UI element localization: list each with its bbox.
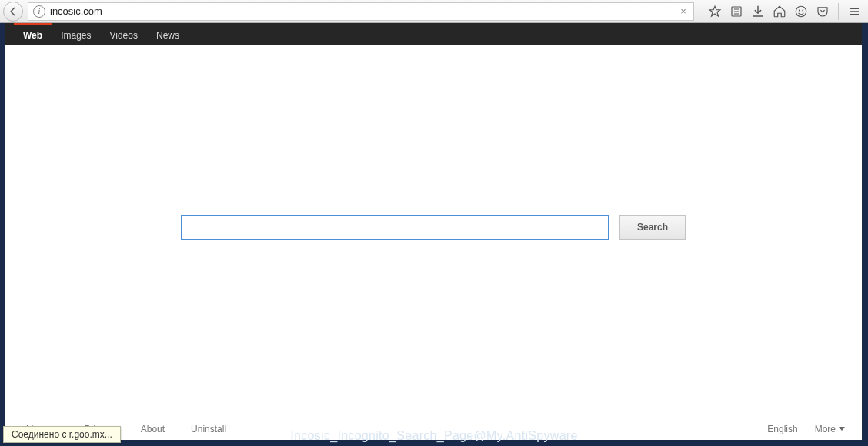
main-area: Search — [5, 45, 862, 417]
svg-point-4 — [796, 6, 806, 17]
search-wrap: Search — [181, 215, 686, 240]
tab-news[interactable]: News — [147, 23, 189, 45]
top-nav: Web Images Videos News — [5, 23, 862, 45]
footer: License Privacy About Uninstall English … — [5, 417, 862, 440]
footer-more[interactable]: More — [815, 424, 845, 434]
chevron-down-icon — [839, 427, 845, 431]
site-info-icon[interactable]: i — [33, 5, 45, 18]
footer-language[interactable]: English — [767, 424, 797, 434]
footer-right: English More — [767, 424, 845, 434]
page-content: Web Images Videos News Search License Pr… — [5, 23, 862, 440]
toolbar-icons — [694, 2, 865, 22]
status-tooltip: Соединено с r.goo.mx... — [3, 426, 121, 443]
svg-point-6 — [802, 9, 803, 11]
clear-url-button[interactable]: × — [676, 5, 690, 18]
tab-images[interactable]: Images — [52, 23, 100, 45]
svg-point-5 — [799, 9, 800, 11]
toolbar-separator — [838, 3, 839, 20]
back-button[interactable] — [3, 2, 23, 22]
arrow-left-icon — [8, 6, 18, 17]
downloads-icon[interactable] — [747, 2, 769, 22]
url-bar[interactable]: i incosic.com × — [28, 2, 694, 21]
tab-videos[interactable]: Videos — [100, 23, 146, 45]
browser-toolbar: i incosic.com × — [0, 0, 868, 23]
search-input[interactable] — [181, 215, 609, 240]
viewport: Web Images Videos News Search License Pr… — [0, 23, 868, 446]
smiley-icon[interactable] — [790, 2, 812, 22]
url-text: incosic.com — [50, 5, 676, 17]
footer-link-about[interactable]: About — [141, 424, 165, 434]
footer-link-uninstall[interactable]: Uninstall — [191, 424, 226, 434]
toolbar-separator — [699, 3, 699, 20]
menu-icon[interactable] — [843, 2, 865, 22]
tab-web[interactable]: Web — [14, 23, 52, 45]
pocket-icon[interactable] — [812, 2, 833, 22]
home-icon[interactable] — [769, 2, 790, 22]
library-icon[interactable] — [726, 2, 747, 22]
search-button[interactable]: Search — [619, 215, 686, 240]
footer-more-label: More — [815, 424, 836, 434]
bookmark-star-icon[interactable] — [704, 2, 726, 22]
